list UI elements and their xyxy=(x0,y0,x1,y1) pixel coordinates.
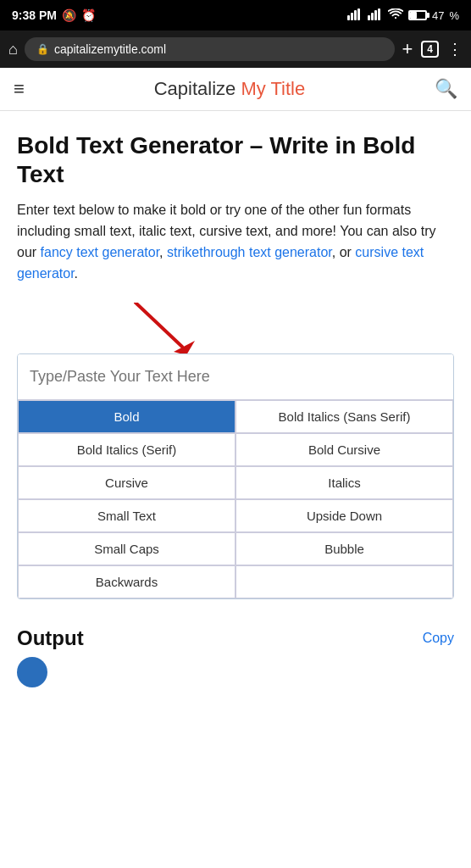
site-title-plain: Capitalize xyxy=(154,78,241,99)
arrow-container xyxy=(17,303,454,353)
output-label: Output xyxy=(17,626,84,650)
address-text: capitalizemytitle.coml xyxy=(54,42,384,56)
status-left: 9:38 PM 🔕 ⏰ xyxy=(12,8,96,22)
svg-rect-6 xyxy=(374,10,377,20)
option-cursive[interactable]: Cursive xyxy=(18,466,236,499)
browser-chrome: ⌂ 🔒 capitalizemytitle.coml + 4 ⋮ xyxy=(0,31,471,68)
strikethrough-link[interactable]: strikethrough text generator xyxy=(167,245,332,259)
alarm-icon: ⏰ xyxy=(81,8,96,22)
option-backwards[interactable]: Backwards xyxy=(18,565,236,598)
output-section: Output Copy xyxy=(0,613,471,650)
option-small-caps[interactable]: Small Caps xyxy=(18,532,236,565)
option-bubble[interactable]: Bubble xyxy=(236,532,453,565)
hamburger-menu-button[interactable]: ≡ xyxy=(14,78,25,100)
address-bar[interactable]: 🔒 capitalizemytitle.coml xyxy=(25,37,396,61)
signal-icon xyxy=(347,8,363,23)
svg-rect-4 xyxy=(368,15,370,20)
tab-count[interactable]: 4 xyxy=(421,41,439,58)
output-avatar xyxy=(17,657,47,687)
battery-percent: 47 xyxy=(432,9,444,22)
svg-rect-7 xyxy=(378,8,380,20)
option-bold-italics-sans[interactable]: Bold Italics (Sans Serif) xyxy=(236,400,453,433)
svg-rect-1 xyxy=(351,13,353,20)
option-bold[interactable]: Bold xyxy=(18,400,236,433)
svg-rect-3 xyxy=(357,8,360,20)
site-title: Capitalize My Title xyxy=(154,78,306,100)
svg-rect-5 xyxy=(371,13,374,20)
mute-icon: 🔕 xyxy=(62,8,76,22)
options-grid: Bold Bold Italics (Sans Serif) Bold Ital… xyxy=(18,400,453,598)
page-description: Enter text below to make it bold or try … xyxy=(17,200,454,284)
new-tab-button[interactable]: + xyxy=(402,38,413,60)
option-upside-down[interactable]: Upside Down xyxy=(236,499,453,532)
wifi-icon xyxy=(388,8,403,23)
svg-rect-0 xyxy=(347,15,350,20)
option-small-text[interactable]: Small Text xyxy=(18,499,236,532)
app-header: ≡ Capitalize My Title 🔍 xyxy=(0,68,471,111)
main-content: Bold Text Generator – Write in Bold Text… xyxy=(0,111,471,613)
site-title-accent: My Title xyxy=(241,78,305,99)
page-title: Bold Text Generator – Write in Bold Text xyxy=(17,131,454,188)
battery-fill xyxy=(410,12,417,19)
status-bar: 9:38 PM 🔕 ⏰ xyxy=(0,0,471,31)
signal-icon-2 xyxy=(368,8,383,23)
copy-button[interactable]: Copy xyxy=(423,631,454,646)
svg-rect-2 xyxy=(354,10,357,20)
text-input[interactable] xyxy=(18,354,453,400)
output-content xyxy=(0,650,471,694)
browser-actions: + 4 ⋮ xyxy=(402,38,463,60)
tool-box: Bold Bold Italics (Sans Serif) Bold Ital… xyxy=(17,353,454,599)
option-bold-cursive[interactable]: Bold Cursive xyxy=(236,433,453,466)
time-display: 9:38 PM xyxy=(12,8,57,22)
status-right: 47% xyxy=(347,8,459,23)
lock-icon: 🔒 xyxy=(36,43,49,55)
option-empty xyxy=(236,565,453,598)
fancy-text-link[interactable]: fancy text generator xyxy=(41,245,160,259)
red-arrow xyxy=(119,303,220,358)
svg-line-8 xyxy=(136,303,182,347)
search-button[interactable]: 🔍 xyxy=(435,78,457,100)
option-bold-italics-serif[interactable]: Bold Italics (Serif) xyxy=(18,433,236,466)
home-button[interactable]: ⌂ xyxy=(8,41,18,58)
option-italics[interactable]: Italics xyxy=(236,466,453,499)
battery-icon xyxy=(408,10,427,20)
browser-menu-button[interactable]: ⋮ xyxy=(447,40,463,58)
